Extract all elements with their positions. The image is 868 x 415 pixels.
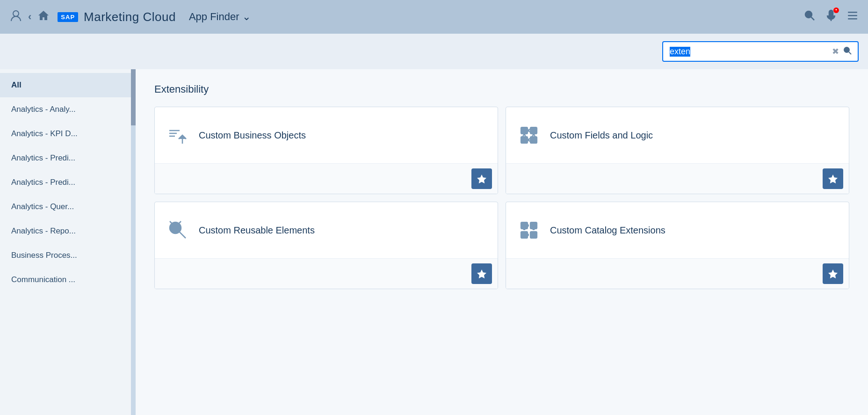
- app-title: Marketing Cloud: [84, 10, 176, 24]
- sidebar-scrollbar[interactable]: [131, 69, 136, 415]
- svg-rect-27: [530, 222, 537, 229]
- sidebar-item-analytics-repo[interactable]: Analytics - Repo...: [0, 219, 131, 243]
- svg-point-0: [13, 11, 19, 16]
- user-icon[interactable]: [9, 9, 22, 25]
- card-top: Custom Fields and Logic: [506, 107, 849, 163]
- svg-line-9: [849, 52, 851, 54]
- svg-marker-14: [477, 175, 486, 183]
- card-custom-reusable-elements[interactable]: Custom Reusable Elements: [154, 202, 498, 289]
- back-icon[interactable]: ‹: [28, 11, 31, 23]
- svg-line-22: [180, 232, 186, 238]
- app-finder-label: App Finder: [189, 11, 239, 23]
- chevron-down-icon: ⌄: [242, 11, 251, 23]
- card-custom-business-objects[interactable]: Custom Business Objects: [154, 107, 498, 194]
- card-label-custom-fields-and-logic: Custom Fields and Logic: [550, 130, 653, 141]
- section-title: Extensibility: [154, 83, 849, 95]
- sidebar-item-analytics-quer[interactable]: Analytics - Quer...: [0, 195, 131, 219]
- custom-bo-icon: [166, 124, 189, 146]
- svg-rect-26: [521, 222, 528, 229]
- svg-marker-19: [828, 175, 838, 183]
- star-button-custom-business-objects[interactable]: [471, 168, 492, 189]
- card-label-custom-reusable-elements: Custom Reusable Elements: [199, 225, 315, 236]
- sap-logo: SAP: [58, 12, 78, 22]
- sidebar-item-analytics-analy[interactable]: Analytics - Analy...: [0, 97, 131, 122]
- search-loop-icon: [166, 218, 189, 242]
- card-label-custom-business-objects: Custom Business Objects: [199, 130, 306, 141]
- svg-rect-18: [530, 137, 537, 143]
- card-bottom: [155, 163, 498, 194]
- sidebar-scrollbar-thumb: [131, 69, 136, 125]
- card-top: Custom Business Objects: [155, 107, 498, 163]
- sidebar-item-business-process[interactable]: Business Proces...: [0, 243, 131, 268]
- search-area: ✖: [0, 34, 868, 69]
- card-label-custom-catalog-extensions: Custom Catalog Extensions: [550, 225, 665, 236]
- svg-line-2: [811, 17, 815, 21]
- clear-icon[interactable]: ✖: [830, 46, 841, 57]
- svg-point-8: [844, 47, 849, 52]
- content-area: Extensibility Custom B: [136, 69, 868, 415]
- search-input[interactable]: [667, 47, 830, 57]
- puzzle-icon-2: [517, 218, 541, 242]
- sidebar-item-all[interactable]: All: [0, 73, 131, 97]
- search-icon[interactable]: [803, 9, 816, 24]
- sidebar: All Analytics - Analy... Analytics - KPI…: [0, 69, 136, 415]
- card-top: Custom Reusable Elements: [155, 202, 498, 258]
- star-button-custom-fields-and-logic[interactable]: [823, 168, 843, 189]
- notification-badge: *: [833, 7, 839, 13]
- main-layout: All Analytics - Analy... Analytics - KPI…: [0, 69, 868, 415]
- svg-rect-7: [848, 18, 857, 20]
- card-top: Custom Catalog Extensions: [506, 202, 849, 258]
- svg-rect-15: [521, 127, 528, 134]
- search-submit-icon[interactable]: [841, 46, 854, 58]
- svg-marker-30: [828, 269, 838, 278]
- menu-icon[interactable]: [846, 9, 859, 24]
- header-actions: *: [803, 9, 859, 24]
- star-button-custom-catalog-extensions[interactable]: [823, 263, 843, 284]
- microphone-icon[interactable]: *: [825, 9, 837, 24]
- svg-point-1: [805, 11, 812, 18]
- puzzle-icon: [517, 124, 541, 147]
- svg-rect-6: [848, 15, 857, 16]
- sidebar-item-analytics-predi1[interactable]: Analytics - Predi...: [0, 146, 131, 170]
- svg-point-21: [173, 225, 178, 231]
- card-bottom: [506, 258, 849, 289]
- svg-rect-5: [848, 12, 857, 13]
- search-box: ✖: [662, 41, 859, 62]
- card-bottom: [506, 163, 849, 194]
- sidebar-item-analytics-kpi[interactable]: Analytics - KPI D...: [0, 122, 131, 146]
- cards-grid: Custom Business Objects: [154, 107, 849, 289]
- svg-rect-17: [521, 137, 528, 143]
- header: ‹ SAP Marketing Cloud App Finder ⌄ *: [0, 0, 868, 34]
- sidebar-list: All Analytics - Analy... Analytics - KPI…: [0, 69, 131, 415]
- home-icon[interactable]: [37, 9, 50, 25]
- card-custom-catalog-extensions[interactable]: Custom Catalog Extensions: [506, 202, 849, 289]
- star-button-custom-reusable-elements[interactable]: [471, 263, 492, 284]
- app-finder-button[interactable]: App Finder ⌄: [189, 11, 251, 23]
- sidebar-item-analytics-predi2[interactable]: Analytics - Predi...: [0, 170, 131, 195]
- svg-rect-28: [521, 232, 528, 238]
- card-bottom: [155, 258, 498, 289]
- svg-marker-25: [477, 269, 486, 278]
- svg-rect-16: [530, 127, 537, 134]
- card-custom-fields-and-logic[interactable]: Custom Fields and Logic: [506, 107, 849, 194]
- svg-rect-29: [530, 232, 537, 238]
- sidebar-item-communication[interactable]: Communication ...: [0, 268, 131, 292]
